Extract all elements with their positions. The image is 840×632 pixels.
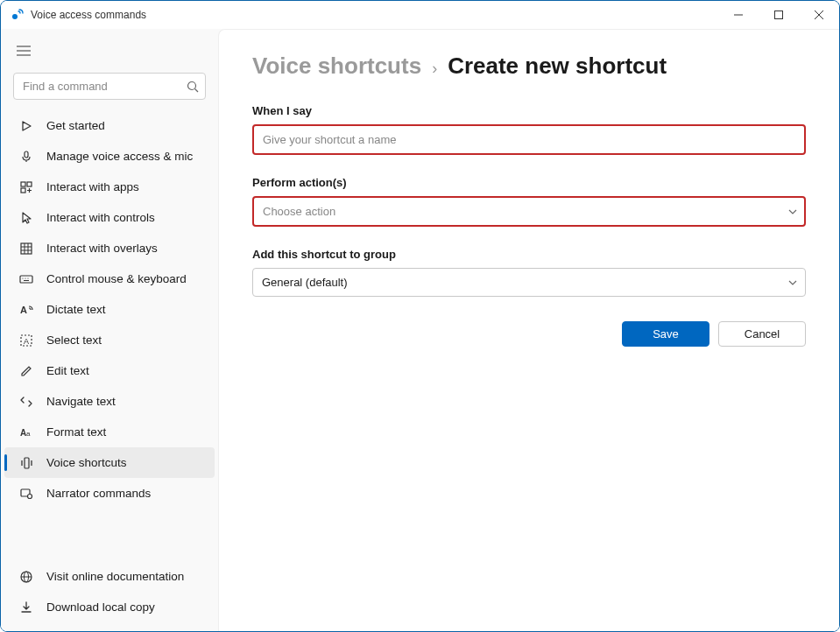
- sidebar-item-label: Control mouse & keyboard: [46, 272, 187, 285]
- globe-icon: [18, 569, 34, 585]
- search-input[interactable]: [13, 73, 206, 100]
- svg-rect-2: [775, 11, 783, 19]
- sidebar-item-select-text[interactable]: A Select text: [4, 325, 215, 355]
- sidebar-item-label: Navigate text: [46, 395, 116, 408]
- svg-rect-12: [21, 182, 25, 186]
- sidebar-item-narrator[interactable]: Narrator commands: [4, 478, 215, 509]
- sidebar-item-edit-text[interactable]: Edit text: [4, 355, 215, 386]
- sidebar-item-navigate-text[interactable]: Navigate text: [4, 386, 215, 417]
- dictate-icon: A: [18, 302, 34, 318]
- breadcrumb-parent[interactable]: Voice shortcuts: [252, 53, 421, 80]
- breadcrumb-current: Create new shortcut: [448, 53, 667, 80]
- choose-action-select[interactable]: Choose action: [252, 196, 806, 227]
- shortcut-icon: [18, 455, 34, 471]
- svg-point-23: [27, 277, 28, 278]
- sidebar-item-label: Get started: [46, 119, 105, 132]
- sidebar-item-label: Dictate text: [46, 303, 106, 316]
- svg-point-0: [12, 14, 18, 19]
- main-panel: Voice shortcuts › Create new shortcut Wh…: [218, 29, 839, 631]
- sidebar-footer: Visit online documentation Download loca…: [1, 558, 218, 631]
- window-controls: [718, 1, 839, 29]
- sidebar-item-mouse-keyboard[interactable]: Control mouse & keyboard: [4, 263, 215, 294]
- edit-icon: [18, 363, 34, 379]
- minimize-button[interactable]: [718, 1, 759, 29]
- sidebar-item-interact-overlays[interactable]: Interact with overlays: [4, 233, 215, 263]
- sidebar-item-label: Download local copy: [46, 600, 155, 614]
- grid-icon: [18, 241, 34, 256]
- select-icon: A: [18, 333, 34, 348]
- titlebar: Voice access commands: [1, 1, 839, 29]
- svg-rect-11: [25, 151, 28, 158]
- sidebar-item-label: Format text: [46, 425, 106, 439]
- sidebar-item-label: Edit text: [46, 364, 89, 377]
- sidebar-item-interact-controls[interactable]: Interact with controls: [4, 202, 215, 233]
- hamburger-button[interactable]: [8, 36, 39, 66]
- svg-rect-14: [21, 188, 25, 193]
- sidebar-item-label: Visit online documentation: [46, 570, 184, 583]
- svg-line-9: [195, 88, 199, 92]
- maximize-button[interactable]: [759, 1, 799, 29]
- sidebar-item-dictate-text[interactable]: A Dictate text: [4, 294, 215, 325]
- sidebar-item-label: Manage voice access & mic: [46, 150, 193, 163]
- close-button[interactable]: [799, 1, 839, 29]
- add-to-group-label: Add this shortcut to group: [252, 248, 806, 261]
- svg-point-21: [22, 277, 23, 278]
- svg-rect-30: [25, 458, 29, 468]
- cancel-button[interactable]: Cancel: [718, 321, 806, 347]
- nav-list: Get started Manage voice access & mic In…: [1, 107, 218, 558]
- when-i-say-label: When I say: [252, 104, 806, 117]
- navigate-icon: [18, 394, 34, 410]
- sidebar-item-get-started[interactable]: Get started: [4, 110, 215, 141]
- format-icon: Aa: [18, 425, 34, 440]
- sidebar-item-format-text[interactable]: Aa Format text: [4, 417, 215, 447]
- svg-point-8: [188, 81, 196, 89]
- search-icon: [187, 81, 199, 93]
- mic-icon: [18, 149, 34, 165]
- svg-rect-13: [27, 182, 32, 186]
- svg-text:a: a: [26, 430, 31, 438]
- sidebar-item-label: Interact with overlays: [46, 242, 158, 255]
- sidebar-item-label: Narrator commands: [46, 487, 151, 500]
- sidebar-item-label: Interact with apps: [46, 180, 139, 193]
- perform-actions-label: Perform action(s): [252, 176, 806, 189]
- play-icon: [18, 118, 34, 134]
- sidebar-item-label: Interact with controls: [46, 211, 155, 224]
- svg-rect-15: [21, 243, 32, 254]
- apps-icon: [18, 179, 34, 195]
- breadcrumb: Voice shortcuts › Create new shortcut: [252, 53, 806, 80]
- sidebar-item-download[interactable]: Download local copy: [4, 592, 215, 622]
- field-perform-actions: Perform action(s) Choose action: [252, 176, 806, 227]
- sidebar-item-voice-shortcuts[interactable]: Voice shortcuts: [4, 447, 215, 478]
- download-icon: [18, 600, 34, 615]
- search-wrap: [13, 73, 206, 100]
- sidebar: Get started Manage voice access & mic In…: [1, 29, 218, 631]
- svg-point-22: [25, 277, 25, 278]
- svg-marker-10: [23, 122, 31, 130]
- narrator-icon: [18, 486, 34, 502]
- sidebar-item-interact-apps[interactable]: Interact with apps: [4, 172, 215, 202]
- window-title: Voice access commands: [31, 9, 146, 21]
- sidebar-item-label: Select text: [46, 334, 102, 347]
- sidebar-item-documentation[interactable]: Visit online documentation: [4, 561, 215, 592]
- shortcut-name-input[interactable]: [252, 124, 806, 155]
- svg-text:A: A: [24, 337, 29, 346]
- button-row: Save Cancel: [252, 321, 806, 347]
- keyboard-icon: [18, 271, 34, 287]
- field-add-to-group: Add this shortcut to group General (defa…: [252, 248, 806, 297]
- svg-text:A: A: [20, 305, 27, 315]
- sidebar-item-label: Voice shortcuts: [46, 456, 127, 469]
- save-button[interactable]: Save: [622, 321, 709, 347]
- group-select[interactable]: General (default): [252, 268, 806, 297]
- field-when-i-say: When I say: [252, 104, 806, 155]
- sidebar-item-manage-voice[interactable]: Manage voice access & mic: [4, 141, 215, 172]
- svg-point-34: [28, 494, 32, 498]
- chevron-right-icon: ›: [432, 60, 437, 78]
- app-icon: [10, 8, 24, 22]
- cursor-icon: [18, 210, 34, 226]
- svg-rect-20: [20, 276, 32, 283]
